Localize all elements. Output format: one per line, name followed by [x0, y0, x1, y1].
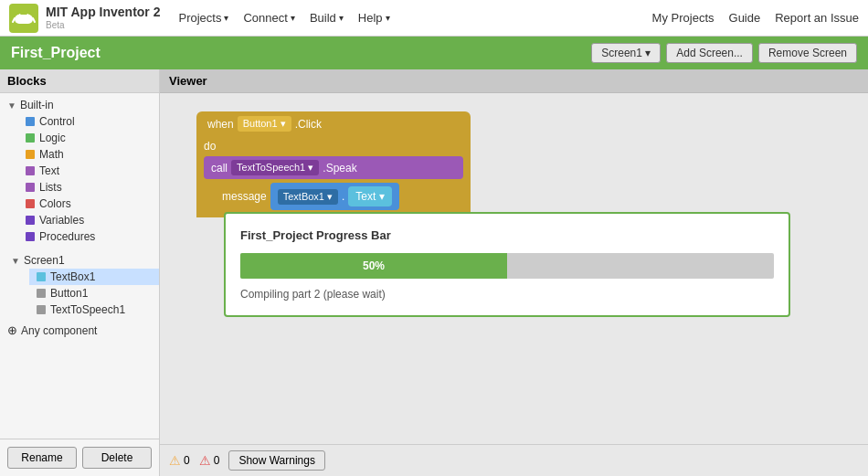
nav-menus: Projects ▾ Connect ▾ Build ▾ Help ▾ — [178, 11, 389, 25]
procedures-color-dot — [26, 232, 35, 241]
call-tts-block[interactable]: call TextToSpeech1 ▾ .Speak — [204, 156, 463, 179]
screen1-toggle[interactable]: ▼ Screen1 — [0, 252, 159, 269]
sidebar-item-logic[interactable]: Logic — [18, 130, 159, 146]
sidebar-item-textbox1[interactable]: TextBox1 — [29, 269, 159, 285]
viewer-header: Viewer — [160, 69, 868, 93]
button1-slot[interactable]: Button1 ▾ — [238, 116, 291, 132]
progress-bar-container: 50% — [240, 253, 774, 279]
connect-menu[interactable]: Connect ▾ — [243, 11, 294, 25]
variables-color-dot — [26, 216, 35, 225]
do-label: do — [204, 140, 463, 153]
when-click-block[interactable]: when Button1 ▾ .Click do call TextToSpee… — [196, 111, 471, 217]
report-issue-link[interactable]: Report an Issue — [775, 11, 859, 25]
sidebar-item-texttospeech1[interactable]: TextToSpeech1 — [29, 301, 159, 318]
guide-link[interactable]: Guide — [729, 11, 761, 25]
built-in-items: Control Logic Math Text Lists — [0, 113, 159, 245]
button1-color-dot — [37, 289, 46, 298]
project-bar: First_Project Screen1 ▾ Add Screen... Re… — [0, 37, 868, 69]
viewer: Viewer when Button1 ▾ .Click do — [160, 69, 868, 476]
colors-color-dot — [26, 199, 35, 208]
top-navbar: MIT App Inventor 2 Beta Projects ▾ Conne… — [0, 0, 868, 37]
main-area: Blocks ▼ Built-in Control Logic Math — [0, 69, 868, 476]
project-bar-right: Screen1 ▾ Add Screen... Remove Screen — [591, 43, 857, 63]
sidebar-item-math[interactable]: Math — [18, 146, 159, 163]
screen1-section: ▼ Screen1 TextBox1 Button1 TextToSpeech1 — [0, 249, 159, 322]
svg-rect-3 — [15, 15, 33, 24]
control-color-dot — [26, 117, 35, 126]
svg-rect-4 — [16, 13, 19, 15]
app-title: MIT App Inventor 2 — [46, 5, 160, 19]
build-arrow-icon: ▾ — [339, 13, 344, 23]
rename-button[interactable]: Rename — [7, 447, 77, 469]
math-color-dot — [26, 150, 35, 159]
connect-arrow-icon: ▾ — [291, 13, 295, 23]
progress-bar-fill: 50% — [240, 253, 507, 279]
text-property-block[interactable]: Text ▾ — [348, 186, 391, 206]
svg-rect-5 — [28, 13, 31, 15]
plus-icon: ⊕ — [7, 323, 17, 337]
logo-area: MIT App Inventor 2 Beta — [9, 4, 160, 33]
nav-right: My Projects Guide Report an Issue — [652, 11, 859, 25]
sidebar-item-variables[interactable]: Variables — [18, 212, 159, 228]
sidebar-item-control[interactable]: Control — [18, 113, 159, 130]
textbox-message-block[interactable]: TextBox1 ▾ . Text ▾ — [270, 183, 399, 210]
screen1-items: TextBox1 Button1 TextToSpeech1 — [0, 269, 159, 318]
screen1-collapse-icon: ▼ — [11, 256, 20, 266]
android-logo-icon — [9, 4, 38, 33]
my-projects-link[interactable]: My Projects — [652, 11, 715, 25]
progress-title: First_Project Progress Bar — [240, 228, 774, 242]
delete-button[interactable]: Delete — [82, 447, 152, 469]
add-screen-button[interactable]: Add Screen... — [666, 43, 753, 63]
warning-icon-1: ⚠ — [169, 453, 181, 468]
project-title: First_Project — [11, 45, 101, 61]
message-row: message TextBox1 ▾ . Text ▾ — [222, 183, 463, 210]
build-menu[interactable]: Build ▾ — [310, 11, 344, 25]
logic-color-dot — [26, 133, 35, 143]
textbox1-color-dot — [37, 272, 46, 281]
sidebar-item-procedures[interactable]: Procedures — [18, 228, 159, 245]
when-do-block: do call TextToSpeech1 ▾ .Speak message T… — [196, 136, 471, 217]
when-hat-block: when Button1 ▾ .Click — [196, 111, 471, 136]
progress-dialog: First_Project Progress Bar 50% Compiling… — [224, 212, 790, 317]
screen-selector-button[interactable]: Screen1 ▾ — [591, 43, 661, 63]
warning-badge-2: ⚠ 0 — [199, 453, 220, 468]
help-menu[interactable]: Help ▾ — [358, 11, 390, 25]
warning-icon-2: ⚠ — [199, 453, 211, 468]
sidebar-footer: Rename Delete — [0, 439, 159, 476]
message-label: message — [222, 190, 267, 203]
projects-arrow-icon: ▾ — [224, 13, 228, 23]
tts-slot[interactable]: TextToSpeech1 ▾ — [231, 160, 319, 175]
any-component-item[interactable]: ⊕ Any component — [0, 322, 159, 339]
blocks-header: Blocks — [0, 69, 159, 93]
sidebar-item-lists[interactable]: Lists — [18, 179, 159, 196]
built-in-toggle[interactable]: ▼ Built-in — [0, 97, 159, 113]
lists-color-dot — [26, 183, 35, 192]
progress-status: Compiling part 2 (please wait) — [240, 288, 774, 301]
sidebar-item-colors[interactable]: Colors — [18, 196, 159, 212]
remove-screen-button[interactable]: Remove Screen — [758, 43, 857, 63]
built-in-section: ▼ Built-in Control Logic Math T — [0, 93, 159, 249]
bottom-bar: ⚠ 0 ⚠ 0 Show Warnings — [160, 444, 868, 476]
projects-menu[interactable]: Projects ▾ — [178, 11, 228, 25]
tts1-color-dot — [37, 305, 46, 314]
sidebar: Blocks ▼ Built-in Control Logic Math — [0, 69, 160, 476]
viewer-content: when Button1 ▾ .Click do call TextToSpee… — [160, 93, 868, 476]
show-warnings-button[interactable]: Show Warnings — [228, 450, 325, 471]
app-beta-label: Beta — [46, 20, 160, 30]
sidebar-item-button1[interactable]: Button1 — [29, 285, 159, 301]
warning-badge-1: ⚠ 0 — [169, 453, 190, 468]
textbox-slot[interactable]: TextBox1 ▾ — [278, 189, 338, 205]
help-arrow-icon: ▾ — [386, 13, 390, 23]
text-color-dot — [26, 166, 35, 175]
app-title-area: MIT App Inventor 2 Beta — [46, 5, 160, 29]
sidebar-item-text[interactable]: Text — [18, 163, 159, 179]
collapse-icon: ▼ — [7, 100, 16, 111]
